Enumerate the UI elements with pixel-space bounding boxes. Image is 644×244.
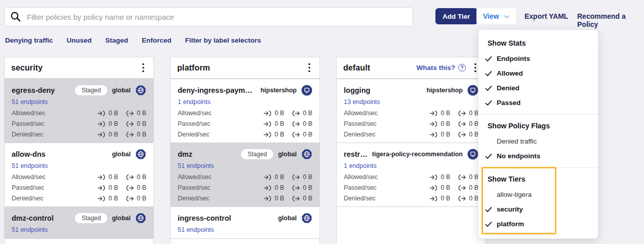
policy-card[interactable]: restrictedtigera-policy-recommendation1 … bbox=[337, 143, 486, 206]
ingress-value: 0 B bbox=[263, 110, 284, 117]
ingress-icon bbox=[263, 195, 272, 202]
ingress-value: 0 B bbox=[97, 195, 118, 202]
menu-item-security[interactable]: security bbox=[478, 202, 598, 217]
recommend-policy-link[interactable]: Recommend a Policy bbox=[577, 12, 644, 28]
policy-scope: hipstershop bbox=[260, 87, 297, 94]
empty-space bbox=[5, 238, 153, 244]
endpoints-link[interactable]: 51 endpoints bbox=[178, 162, 214, 169]
kebab-menu-icon[interactable] bbox=[306, 63, 313, 73]
ingress-bytes: 0 B bbox=[440, 173, 450, 181]
view-menu-dropdown: Show StatsEndpointsAllowedDeniedPassedSh… bbox=[478, 29, 598, 239]
tier-column-default: defaultWhats this??logginghipstershop13 … bbox=[336, 57, 486, 244]
egress-icon bbox=[126, 195, 134, 202]
check-icon bbox=[485, 56, 497, 62]
policy-scope: global bbox=[278, 151, 297, 158]
filter-link-unused[interactable]: Unused bbox=[67, 37, 92, 44]
view-button[interactable]: View bbox=[476, 8, 516, 24]
stat-label: Denied/sec bbox=[12, 131, 97, 138]
egress-value: 0 B bbox=[126, 184, 146, 191]
policy-card[interactable]: logginghipstershop13 endpointsAllowed/se… bbox=[337, 79, 486, 143]
egress-value: 0 B bbox=[292, 173, 312, 181]
endpoints-link[interactable]: 13 endpoints bbox=[344, 98, 380, 106]
menu-section-title: Show Stats bbox=[478, 35, 598, 51]
egress-icon bbox=[126, 110, 134, 117]
ingress-value: 0 B bbox=[263, 120, 284, 127]
stat-values: 0 B0 B bbox=[429, 173, 478, 181]
policy-name: deny-ingress-paymentservi… bbox=[178, 86, 256, 94]
staged-badge: Staged bbox=[75, 213, 107, 223]
namespace-icon bbox=[467, 149, 478, 160]
check-icon bbox=[485, 85, 497, 91]
egress-bytes: 0 B bbox=[469, 131, 478, 138]
menu-item-passed[interactable]: Passed bbox=[478, 95, 598, 110]
filter-link-denying-traffic[interactable]: Denying traffic bbox=[5, 37, 53, 44]
endpoints-link[interactable]: 1 endpoints bbox=[178, 98, 211, 106]
staged-badge: Staged bbox=[75, 85, 107, 95]
menu-item-endpoints[interactable]: Endpoints bbox=[478, 51, 598, 66]
egress-value: 0 B bbox=[458, 131, 478, 138]
menu-item-denied[interactable]: Denied bbox=[478, 81, 598, 95]
staged-badge: Staged bbox=[241, 149, 273, 159]
egress-bytes: 0 B bbox=[303, 131, 312, 138]
egress-bytes: 0 B bbox=[303, 173, 312, 181]
tier-title: platform bbox=[177, 63, 306, 73]
stat-values: 0 B0 B bbox=[429, 195, 478, 202]
export-yaml-link[interactable]: Export YAML bbox=[525, 12, 568, 20]
egress-icon bbox=[458, 174, 466, 181]
policy-card-header: deny-ingress-paymentservi…hipstershop bbox=[178, 85, 312, 96]
global-icon bbox=[135, 149, 146, 160]
search-input[interactable] bbox=[26, 12, 407, 22]
policy-card[interactable]: allow-dnsglobal51 endpointsAllowed/sec0 … bbox=[5, 143, 153, 206]
endpoints-link[interactable]: 51 endpoints bbox=[12, 226, 48, 233]
ingress-icon bbox=[429, 110, 438, 117]
policy-card[interactable]: dmzStagedglobal51 endpointsAllowed/sec0 … bbox=[171, 143, 319, 206]
menu-item-platform[interactable]: platform bbox=[478, 217, 598, 231]
stat-row: Allowed/sec0 B0 B bbox=[178, 173, 312, 181]
empty-space bbox=[171, 238, 319, 244]
filter-link-filter-by-label-selectors[interactable]: Filter by label selectors bbox=[185, 37, 261, 44]
policy-card[interactable]: deny-ingress-paymentservi…hipstershop1 e… bbox=[171, 79, 319, 143]
egress-value: 0 B bbox=[292, 120, 312, 127]
menu-item-allowed[interactable]: Allowed bbox=[478, 66, 598, 81]
filter-link-enforced[interactable]: Enforced bbox=[142, 37, 172, 44]
stat-label: Passed/sec bbox=[344, 184, 429, 191]
menu-item-no-endpoints[interactable]: No endpoints bbox=[478, 149, 598, 163]
policy-card[interactable]: dmz-controlStagedglobal51 endpoints bbox=[5, 206, 153, 238]
policy-meta: hipstershop bbox=[260, 85, 312, 96]
stat-values: 0 B0 B bbox=[263, 173, 312, 181]
endpoints-link[interactable]: 51 endpoints bbox=[178, 226, 214, 233]
policy-card-header: dmz-controlStagedglobal bbox=[12, 213, 146, 224]
endpoints-link[interactable]: 51 endpoints bbox=[12, 162, 48, 169]
ingress-bytes: 0 B bbox=[274, 195, 284, 202]
ingress-bytes: 0 B bbox=[274, 110, 284, 117]
check-icon bbox=[485, 206, 497, 213]
namespace-icon bbox=[301, 85, 312, 96]
policy-scope: global bbox=[112, 215, 131, 222]
ingress-icon bbox=[429, 185, 438, 191]
policy-card[interactable]: ingress-controlglobal51 endpoints bbox=[171, 206, 319, 238]
menu-item-label: security bbox=[497, 205, 523, 213]
menu-section-title: Show Policy Flags bbox=[478, 118, 598, 134]
add-tier-button[interactable]: Add Tier bbox=[435, 8, 477, 24]
ingress-value: 0 B bbox=[429, 184, 450, 191]
tier-header: security bbox=[5, 57, 153, 79]
policy-name: ingress-control bbox=[178, 214, 231, 222]
check-icon bbox=[485, 71, 497, 77]
kebab-menu-icon[interactable] bbox=[140, 63, 147, 73]
endpoints-link[interactable]: 51 endpoints bbox=[12, 98, 48, 106]
search-box bbox=[4, 7, 413, 26]
endpoints-link[interactable]: 1 endpoints bbox=[344, 162, 377, 169]
stat-label: Passed/sec bbox=[178, 184, 263, 191]
menu-item-label: Passed bbox=[497, 99, 520, 107]
policy-card[interactable]: egress-denyStagedglobal51 endpointsAllow… bbox=[5, 79, 153, 143]
filter-link-staged[interactable]: Staged bbox=[105, 37, 128, 44]
policy-meta: tigera-policy-recommendation bbox=[372, 149, 478, 160]
ingress-bytes: 0 B bbox=[440, 184, 450, 191]
ingress-icon bbox=[429, 195, 438, 202]
menu-item-allow-tigera[interactable]: allow-tigera bbox=[478, 187, 598, 202]
whats-this-link[interactable]: Whats this?? bbox=[417, 64, 466, 72]
stat-values: 0 B0 B bbox=[429, 110, 478, 117]
egress-bytes: 0 B bbox=[303, 120, 312, 127]
egress-value: 0 B bbox=[126, 195, 146, 202]
menu-item-denied-traffic[interactable]: Denied traffic bbox=[478, 134, 598, 149]
